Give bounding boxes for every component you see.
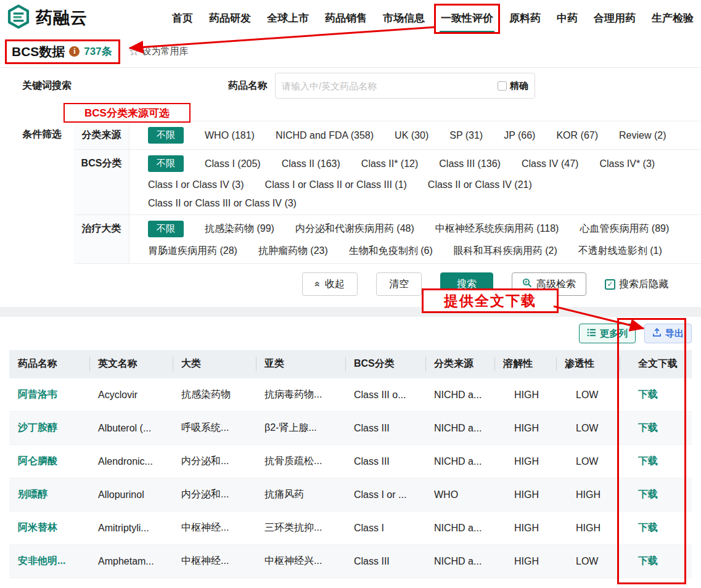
filter-option[interactable]: JP (66) (504, 130, 535, 141)
download-link[interactable]: 下载 (638, 455, 658, 466)
nav-item-label: 一致性评价 (441, 11, 493, 25)
nav-item[interactable]: 全球上市 (267, 0, 309, 36)
filter-option[interactable]: Class I (205) (205, 158, 261, 169)
filter-option[interactable]: WHO (181) (205, 130, 255, 141)
sub-class-cell: 抗痛风药 (256, 478, 345, 512)
sub-class-cell: 抗骨质疏松... (256, 445, 345, 478)
drug-name-link[interactable]: 阿托伐他汀 (9, 578, 89, 588)
filter-unlimited-button[interactable]: 不限 (148, 155, 184, 172)
collapse-button[interactable]: « 收起 (302, 272, 358, 296)
filter-option[interactable]: Class II or Class III or Class IV (3) (148, 198, 297, 209)
filter-option[interactable]: 中枢神经系统疾病用药 (118) (435, 223, 559, 235)
export-button[interactable]: 导出 (644, 324, 692, 343)
hide-after-search-checkbox[interactable]: ✓ 搜索后隐藏 (605, 278, 668, 291)
nav-item[interactable]: 首页 (172, 0, 193, 36)
filter-option[interactable]: KOR (67) (556, 130, 598, 141)
page-title: BCS数据 (12, 43, 65, 60)
filter-option[interactable]: SP (31) (449, 130, 483, 141)
column-header[interactable]: 大类 (173, 350, 256, 378)
permeability-cell: LOW (556, 545, 620, 578)
filter-option[interactable]: 生物和免疫制剂 (6) (349, 245, 433, 258)
bcs-class-cell: Class III o... (345, 378, 425, 412)
search-button[interactable]: 搜索 (440, 272, 493, 296)
filter-unlimited-button[interactable]: 不限 (148, 221, 184, 237)
nav-item[interactable]: 一致性评价 (441, 0, 493, 36)
filter-option[interactable]: 抗肿瘤药物 (23) (258, 245, 328, 258)
source-cell: NICHD a... (425, 512, 494, 545)
download-link[interactable]: 下载 (638, 555, 658, 566)
clear-button[interactable]: 清空 (376, 272, 422, 296)
column-header[interactable]: 渗透性 (556, 350, 620, 378)
filter-option[interactable]: UK (30) (395, 130, 428, 141)
filter-option[interactable]: Class II or Class IV (21) (428, 179, 532, 190)
nav-item[interactable]: 中药 (557, 0, 578, 36)
nav-item[interactable]: 药品研发 (209, 0, 251, 36)
drug-name-link[interactable]: 阿米替林 (9, 512, 89, 545)
filter-row-source: 分类来源 不限 WHO (181) NICHD and FDA (358) UK… (74, 121, 701, 149)
filter-option[interactable]: Class I or Class IV (3) (148, 179, 244, 190)
column-header[interactable]: 英文名称 (89, 350, 173, 378)
sub-class-cell: 抗病毒药物... (256, 378, 345, 412)
column-header[interactable]: 分类来源 (425, 350, 494, 378)
filter-option[interactable]: Review (2) (619, 130, 666, 141)
filter-option[interactable]: Class II (163) (282, 158, 340, 169)
results-toolbar: 更多列 导出 (9, 317, 692, 350)
more-columns-button[interactable]: 更多列 (579, 324, 636, 343)
filter-option[interactable]: 胃肠道疾病用药 (28) (148, 245, 237, 258)
english-name-cell: Alendronic... (89, 445, 173, 478)
filter-option[interactable]: 抗感染药物 (99) (205, 223, 274, 235)
filter-option[interactable]: Class III (136) (439, 158, 501, 169)
nav-item[interactable]: 药品销售 (325, 0, 367, 36)
download-link[interactable]: 下载 (638, 422, 658, 433)
column-header[interactable]: 溶解性 (494, 350, 556, 378)
brand-logo[interactable]: 药融云 (6, 4, 88, 31)
drug-name-link[interactable]: 安非他明... (9, 545, 89, 578)
filter-option[interactable]: 不透射线造影剂 (1) (578, 245, 662, 258)
filter-option[interactable]: 眼科和耳科疾病用药 (2) (454, 245, 557, 258)
nav-item[interactable]: 原料药 (509, 0, 541, 36)
filter-grid: 分类来源 不限 WHO (181) NICHD and FDA (358) UK… (74, 121, 701, 264)
nav-item[interactable]: 市场信息 (383, 0, 425, 36)
major-class-cell: 呼吸系统... (173, 412, 256, 445)
solubility-cell: HIGH (494, 378, 556, 412)
column-header[interactable]: BCS分类 (345, 350, 425, 378)
major-class-cell: 心血管疾... (173, 578, 256, 588)
permeability-cell: HIGH (556, 578, 620, 588)
filter-unlimited-button[interactable]: 不限 (148, 127, 184, 144)
column-header[interactable]: 全文下载 (620, 350, 692, 378)
table-row: 阿仑膦酸 Alendronic... 内分泌和... 抗骨质疏松... Clas… (9, 445, 692, 478)
nav-item[interactable]: 生产检验 (652, 0, 694, 36)
filter-option[interactable]: Class IV (47) (522, 158, 578, 169)
bcs-class-cell: Class III (345, 545, 425, 578)
download-link[interactable]: 下载 (638, 389, 658, 399)
drug-name-link[interactable]: 别嘌醇 (9, 478, 89, 512)
column-header[interactable]: 亚类 (256, 350, 345, 378)
permeability-cell: LOW (556, 378, 620, 412)
filter-option[interactable]: Class II* (12) (361, 158, 418, 169)
english-name-cell: Amphetam... (89, 545, 173, 578)
drug-name-link[interactable]: 阿仑膦酸 (9, 445, 89, 478)
table-row: 阿昔洛韦 Acyclovir 抗感染药物 抗病毒药物... Class III … (9, 378, 692, 412)
filter-option[interactable]: 内分泌和代谢疾病用药 (48) (295, 223, 414, 235)
download-link[interactable]: 下载 (638, 522, 658, 533)
exact-match-checkbox[interactable]: 精确 (498, 80, 528, 92)
nav-item-label: 全球上市 (267, 11, 309, 25)
advanced-search-button[interactable]: 高级检索 (512, 272, 586, 296)
source-cell: NICHD a... (425, 545, 494, 578)
drug-name-link[interactable]: 沙丁胺醇 (9, 412, 89, 445)
filter-option[interactable]: 心血管疾病用药 (89) (580, 223, 669, 235)
filter-option[interactable]: Class IV* (3) (599, 158, 655, 169)
permeability-cell: LOW (556, 445, 620, 478)
source-cell: NICHD a... (425, 412, 494, 445)
download-link[interactable]: 下载 (638, 489, 658, 499)
info-icon[interactable]: i (69, 46, 80, 57)
drug-name-link[interactable]: 阿昔洛韦 (9, 378, 89, 412)
bcs-class-cell: Class III (345, 445, 425, 478)
drug-name-input[interactable] (282, 81, 498, 91)
filter-option[interactable]: Class I or Class II or Class III (1) (265, 179, 407, 190)
column-header[interactable]: 药品名称 (9, 350, 89, 378)
filter-option[interactable]: NICHD and FDA (358) (276, 130, 374, 141)
nav-item[interactable]: 合理用药 (594, 0, 636, 36)
set-favorite-button[interactable]: ☆ 设为常用库 (129, 46, 189, 57)
filter-row-bcs-class: BCS分类 不限 Class I (205) Class II (163) Cl… (74, 149, 701, 214)
